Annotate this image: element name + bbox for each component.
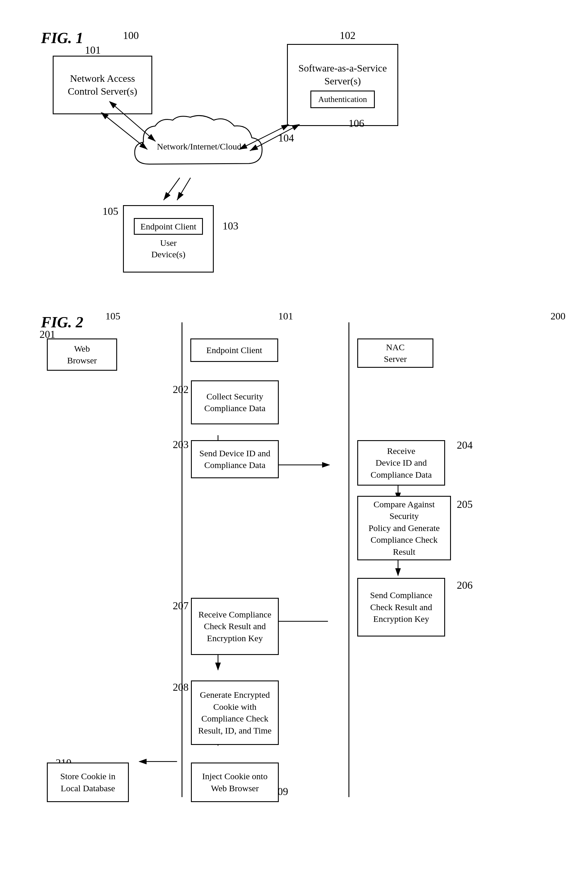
endpoint-client-box: Endpoint Client User Device(s) bbox=[123, 205, 214, 272]
send-device-box: Send Device ID and Compliance Data bbox=[191, 440, 279, 478]
ref207: 207 bbox=[173, 600, 189, 612]
ref205: 205 bbox=[457, 498, 472, 511]
ref206: 206 bbox=[457, 579, 472, 591]
fig2-arrows bbox=[23, 305, 565, 803]
inject-cookie-box: Inject Cookie onto Web Browser bbox=[191, 762, 279, 802]
ref101: 101 bbox=[85, 44, 101, 56]
ref203: 203 bbox=[173, 438, 189, 451]
ref200: 200 bbox=[550, 311, 566, 322]
ref104: 104 bbox=[278, 132, 294, 144]
ref100: 100 bbox=[123, 29, 139, 42]
fig1: FIG. 1 101 100 Network Access Control Se… bbox=[23, 18, 565, 281]
saas-server-box: Software-as-a-Service Server(s) Authenti… bbox=[287, 44, 398, 126]
ref202: 202 bbox=[173, 383, 189, 395]
swimlane-right bbox=[348, 322, 350, 797]
col-105-label: 105 bbox=[105, 311, 120, 322]
auth-box: Authentication bbox=[310, 90, 375, 108]
page: FIG. 1 101 100 Network Access Control Se… bbox=[0, 0, 588, 890]
collect-security-box: Collect Security Compliance Data bbox=[191, 380, 279, 424]
receive-compliance-box: Receive Compliance Check Result and Encr… bbox=[191, 598, 279, 655]
nac-server-header: NAC Server bbox=[357, 338, 434, 368]
ref208: 208 bbox=[173, 681, 189, 693]
ref102: 102 bbox=[340, 29, 356, 42]
cloud-shape: Network/Internet/Cloud bbox=[126, 111, 272, 182]
ref103: 103 bbox=[222, 220, 238, 232]
compare-policy-box: Compare Against Security Policy and Gene… bbox=[357, 496, 451, 560]
fig1-label: FIG. 1 bbox=[41, 29, 83, 47]
ref105-fig1: 105 bbox=[102, 205, 118, 218]
generate-cookie-box: Generate Encrypted Cookie with Complianc… bbox=[191, 681, 279, 745]
col-101-label: 101 bbox=[278, 311, 293, 322]
ref204: 204 bbox=[457, 439, 472, 451]
receive-device-box: Receive Device ID and Compliance Data bbox=[357, 440, 445, 486]
nac-server-box: Network Access Control Server(s) bbox=[53, 56, 152, 114]
ref106: 106 bbox=[348, 117, 364, 129]
endpoint-client-header: Endpoint Client bbox=[190, 338, 278, 362]
fig2: FIG. 2 105 101 200 201 Web Browser Endpo… bbox=[23, 305, 565, 803]
send-compliance-box: Send Compliance Check Result and Encrypt… bbox=[357, 578, 445, 636]
web-browser-box: Web Browser bbox=[47, 338, 117, 371]
svg-text:Network/Internet/Cloud: Network/Internet/Cloud bbox=[157, 141, 241, 151]
endpoint-inner-box: Endpoint Client bbox=[134, 218, 203, 235]
store-cookie-box: Store Cookie in Local Database bbox=[47, 762, 129, 802]
